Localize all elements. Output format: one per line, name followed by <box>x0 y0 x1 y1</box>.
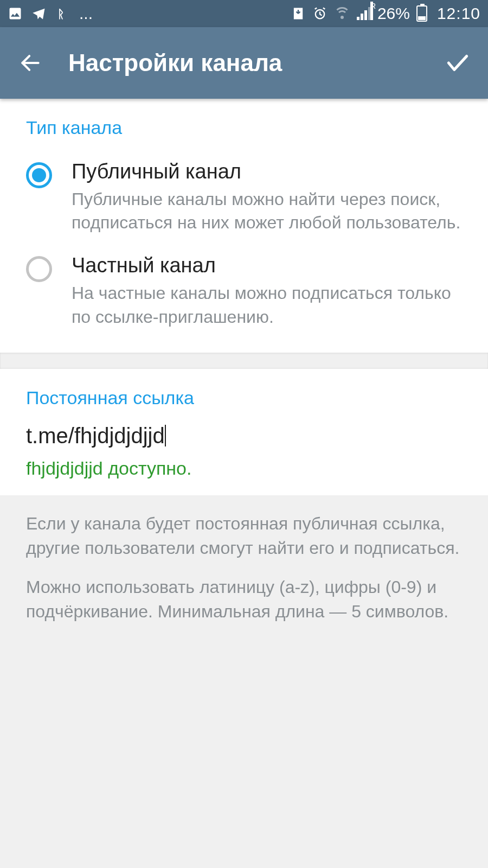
telegram-icon <box>31 6 47 21</box>
radio-icon-unchecked <box>26 256 52 282</box>
confirm-button[interactable] <box>444 49 472 76</box>
section-divider <box>0 353 488 369</box>
app-r-icon: ᚱ <box>55 6 70 21</box>
back-button[interactable] <box>16 51 44 75</box>
section-heading-link: Постоянная ссылка <box>26 387 462 409</box>
signal-icon: R <box>357 7 371 20</box>
app-bar: Настройки канала <box>0 27 488 99</box>
arrow-left-icon <box>18 51 42 75</box>
svg-text:ᚱ: ᚱ <box>57 8 65 20</box>
radio-desc-public: Публичные каналы можно найти через поиск… <box>72 188 462 234</box>
radio-icon-checked <box>26 162 52 188</box>
alarm-icon <box>312 6 328 21</box>
link-availability-status: fhjdjdjdjjd доступно. <box>26 458 462 479</box>
radio-label-public: Публичный канал <box>72 160 462 183</box>
link-input[interactable]: t.me/fhjdjdjdjjd <box>26 424 166 448</box>
status-left: ᚱ ... <box>8 4 93 23</box>
section-permalink: Постоянная ссылка t.me/fhjdjdjdjjd fhjdj… <box>0 369 488 495</box>
text-cursor <box>165 425 166 446</box>
section-channel-type: Тип канала Публичный канал Публичные кан… <box>0 99 488 353</box>
page-title: Настройки канала <box>68 49 444 76</box>
info-block: Если у канала будет постоянная публичная… <box>0 495 488 656</box>
wifi-icon <box>334 7 350 20</box>
status-time: 12:10 <box>437 4 480 23</box>
status-bar: ᚱ ... R 26% 12:10 <box>0 0 488 27</box>
download-badge-icon <box>291 6 306 21</box>
battery-percent: 26% <box>377 4 410 23</box>
info-paragraph-2: Можно использовать латиницу (a-z), цифры… <box>26 575 462 624</box>
status-more: ... <box>79 4 93 23</box>
image-icon <box>8 6 23 21</box>
radio-desc-private: На частные каналы можно подписаться толь… <box>72 282 462 328</box>
link-input-value: t.me/fhjdjdjdjjd <box>26 424 165 448</box>
radio-option-private[interactable]: Частный канал На частные каналы можно по… <box>26 247 462 341</box>
check-icon <box>444 49 471 76</box>
radio-option-public[interactable]: Публичный канал Публичные каналы можно н… <box>26 154 462 247</box>
section-heading-type: Тип канала <box>26 117 462 138</box>
radio-label-private: Частный канал <box>72 254 462 277</box>
info-paragraph-1: Если у канала будет постоянная публичная… <box>26 512 462 560</box>
battery-icon <box>416 5 427 22</box>
status-right: R 26% 12:10 <box>291 4 480 23</box>
